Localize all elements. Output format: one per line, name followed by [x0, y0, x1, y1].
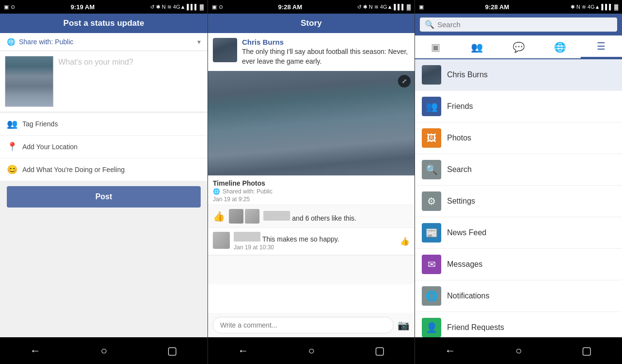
story-user-avatar[interactable]	[213, 38, 237, 62]
tab-globe[interactable]: 🌐	[539, 36, 581, 58]
left-header-title: Post a status update	[63, 18, 144, 28]
right-status-bar: ▣ 9:28 AM ✱ N ≋ 4G▲ ▌▌▌ ▓	[415, 0, 622, 14]
right-status-icons-left: ▣	[419, 4, 424, 10]
globe-shared-icon: 🌐	[213, 188, 220, 195]
menu-item-friend-requests[interactable]: 👤 Friend Requests	[415, 312, 622, 337]
search-menu-icon: 🔍	[422, 160, 441, 179]
tab-menu[interactable]: ☰	[581, 35, 622, 58]
notifications-label: Notifications	[447, 292, 489, 300]
right-home-button[interactable]: ○	[516, 345, 522, 357]
post-button-container: Post	[0, 181, 207, 212]
tag-friends-label: Tag Friends	[22, 120, 58, 128]
feeling-icon: 😊	[7, 164, 17, 175]
tab-friends[interactable]: 👥	[456, 36, 498, 58]
story-photo-image	[208, 71, 415, 175]
compose-placeholder[interactable]: What's on your mind?	[58, 56, 203, 107]
middle-content: Chris Burns The only thing I'll say abou…	[208, 33, 415, 313]
recent-button[interactable]: ▢	[167, 345, 177, 357]
signal2-icon: 4G▲	[380, 4, 393, 10]
newsfeed-menu-icon: 📰	[422, 223, 441, 243]
commenter-blurred-name	[234, 232, 260, 242]
thumbnail-image	[5, 56, 53, 106]
tag-friends-row[interactable]: 👥 Tag Friends	[0, 113, 207, 136]
menu-item-settings[interactable]: ⚙ Settings	[415, 186, 622, 217]
messages-label: Messages	[447, 260, 483, 269]
empty-space	[208, 255, 415, 284]
friend-requests-menu-icon: 👤	[422, 318, 441, 337]
expand-icon[interactable]: ⤢	[398, 75, 411, 87]
search-label: Search	[447, 165, 472, 174]
globe-tab-icon: 🌐	[554, 41, 566, 53]
menu-item-user[interactable]: Chris Burns	[415, 59, 622, 91]
menu-item-friends[interactable]: 👥 Friends	[415, 91, 622, 122]
sim3-icon: ▣	[419, 4, 424, 10]
comment-avatar	[213, 232, 230, 249]
messages-tab-icon: 💬	[513, 41, 525, 53]
right-tab-bar: ▣ 👥 💬 🌐 ☰	[415, 35, 622, 59]
sim2-icon: ▣	[212, 4, 217, 10]
bt3-icon: ✱	[570, 4, 575, 10]
battery2-icon: ▓	[407, 4, 411, 10]
menu-item-messages[interactable]: ✉ Messages	[415, 249, 622, 280]
photos-menu-icon: 🖼	[422, 128, 441, 148]
left-app-header: Post a status update	[0, 14, 207, 33]
menu-item-photos[interactable]: 🖼 Photos	[415, 122, 622, 154]
write-comment-input[interactable]	[213, 317, 394, 333]
add-location-label: Add Your Location	[22, 143, 78, 151]
post-button[interactable]: Post	[7, 186, 201, 208]
middle-status-icons-left: ▣ ⊙	[212, 4, 223, 10]
sim-icon: ▣	[4, 4, 9, 10]
menu-tab-icon: ☰	[597, 40, 605, 52]
middle-home-button[interactable]: ○	[308, 345, 314, 357]
likes-count-text: and 6 others like this.	[292, 214, 356, 222]
story-header: Story	[208, 14, 415, 33]
tab-messages[interactable]: 💬	[498, 36, 539, 58]
comment-like-icon[interactable]: 👍	[400, 237, 410, 246]
menu-item-notifications[interactable]: 🌐 Notifications	[415, 280, 622, 312]
add-location-row[interactable]: 📍 Add Your Location	[0, 136, 207, 158]
tag-friends-icon: 👥	[7, 119, 17, 129]
left-spacer	[0, 212, 207, 337]
like-avatar-1	[229, 209, 243, 224]
likes-avatars	[229, 209, 259, 224]
search-input-wrapper[interactable]: 🔍	[420, 17, 617, 32]
signal3-icon: 4G▲	[587, 4, 600, 10]
back-button[interactable]: ←	[30, 345, 41, 357]
camera-icon[interactable]: 📷	[397, 319, 410, 331]
middle-recent-button[interactable]: ▢	[375, 345, 385, 357]
rotate-icon: ↺	[150, 4, 155, 10]
globe-icon: 🌐	[7, 38, 15, 46]
right-status-right: ✱ N ≋ 4G▲ ▌▌▌ ▓	[570, 4, 618, 10]
user-name-label: Chris Burns	[447, 70, 488, 79]
right-time: 9:28 AM	[485, 3, 509, 11]
add-feeling-row[interactable]: 😊 Add What You're Doing or Feeling	[0, 158, 207, 181]
user-avatar	[422, 65, 441, 85]
menu-item-newsfeed[interactable]: 📰 News Feed	[415, 217, 622, 249]
story-meta: Timeline Photos 🌐 Shared with: Public Ja…	[208, 175, 415, 205]
left-status-bar: ▣ ⊙ 9:19 AM ↺ ✱ N ≋ 4G▲ ▌▌▌ ▓	[0, 0, 207, 14]
home-button[interactable]: ○	[101, 345, 107, 357]
middle-back-button[interactable]: ←	[238, 345, 248, 357]
album-title: Timeline Photos	[213, 179, 410, 187]
nfc2-icon: N	[369, 4, 373, 10]
story-username[interactable]: Chris Burns	[242, 38, 410, 46]
right-back-button[interactable]: ←	[445, 345, 456, 357]
comment-body: This makes me so happy.	[262, 235, 339, 243]
post-date: Jan 19 at 9:25	[213, 196, 410, 203]
right-recent-button[interactable]: ▢	[582, 345, 592, 357]
share-with-label[interactable]: 🌐 Share with: Public	[7, 38, 73, 46]
shared-with: 🌐 Shared with: Public	[213, 188, 410, 195]
middle-status-bar: ▣ ⊙ 9:28 AM ↺ ✱ N ≋ 4G▲ ▌▌▌ ▓	[208, 0, 415, 14]
bt2-icon: ✱	[363, 4, 367, 10]
menu-item-search[interactable]: 🔍 Search	[415, 154, 622, 186]
share-row[interactable]: 🌐 Share with: Public ▾	[0, 33, 207, 51]
story-photo[interactable]: ⤢	[208, 71, 415, 175]
messages-menu-icon: ✉	[422, 255, 441, 274]
comment-row: This makes me so happy. Jan 19 at 10:30 …	[208, 228, 415, 255]
timeline-tab-icon: ▣	[431, 41, 440, 53]
story-title: Story	[301, 18, 322, 28]
search-input[interactable]	[437, 20, 612, 29]
tab-timeline[interactable]: ▣	[415, 36, 456, 58]
story-caption: The only thing I'll say about football t…	[242, 47, 410, 66]
like-thumb-icon[interactable]: 👍	[213, 210, 225, 222]
